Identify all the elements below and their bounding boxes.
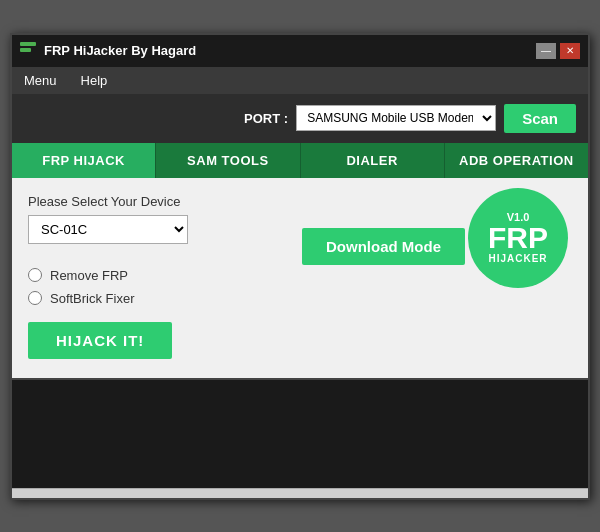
hijack-button[interactable]: HIJACK IT! [28,322,172,359]
tab-frp-hijack[interactable]: FRP HIJACK [12,143,156,178]
app-icon [20,42,36,60]
status-bar [12,488,588,498]
radio-remove-frp-label: Remove FRP [50,268,128,283]
radio-softbrick-fixer-label: SoftBrick Fixer [50,291,135,306]
port-label: PORT : [244,111,288,126]
menubar: Menu Help [12,67,588,94]
tab-sam-tools[interactable]: SAM TOOLS [156,143,300,178]
menu-item-menu[interactable]: Menu [20,71,61,90]
scan-button[interactable]: Scan [504,104,576,133]
main-window: FRP HiJacker By Hagard — ✕ Menu Help POR… [10,33,590,500]
frp-logo: V1.0 FRP HIJACKER [468,188,568,288]
radio-softbrick-fixer-input[interactable] [28,291,42,305]
port-select[interactable]: SAMSUNG Mobile USB Modem (i... [296,105,496,131]
tab-adb-operation[interactable]: ADB OPERATION [445,143,588,178]
menu-item-help[interactable]: Help [77,71,112,90]
tab-bar: FRP HIJACK SAM TOOLS DIALER ADB OPERATIO… [12,143,588,178]
title-controls: — ✕ [536,43,580,59]
device-select[interactable]: SC-01C SC-02C SC-03C [28,215,188,244]
main-content: Please Select Your Device SC-01C SC-02C … [12,178,588,378]
title-bar: FRP HiJacker By Hagard — ✕ [12,35,588,67]
console-area [12,378,588,488]
radio-remove-frp-input[interactable] [28,268,42,282]
minimize-button[interactable]: — [536,43,556,59]
download-mode-button[interactable]: Download Mode [302,228,465,265]
radio-softbrick-fixer[interactable]: SoftBrick Fixer [28,291,572,306]
port-bar: PORT : SAMSUNG Mobile USB Modem (i... Sc… [12,94,588,143]
window-title: FRP HiJacker By Hagard [44,43,536,58]
close-button[interactable]: ✕ [560,43,580,59]
tab-dialer[interactable]: DIALER [301,143,445,178]
hijacker-text: HIJACKER [488,253,547,264]
frp-text: FRP [488,223,548,253]
